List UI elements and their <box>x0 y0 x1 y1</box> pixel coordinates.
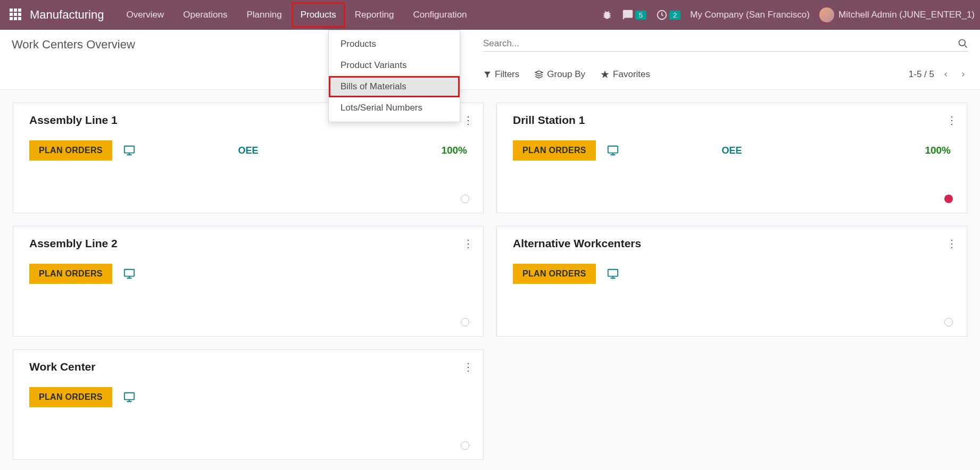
card-menu-icon[interactable]: ⋮ <box>946 237 957 250</box>
top-navbar: Manufacturing Overview Operations Planni… <box>0 0 980 30</box>
card-title: Alternative Workcenters <box>513 237 951 250</box>
card-menu-icon[interactable]: ⋮ <box>946 114 957 127</box>
user-menu[interactable]: Mitchell Admin (JUNE_ENTER_1) <box>819 7 975 22</box>
filters-label: Filters <box>495 69 519 80</box>
favorites-label: Favorites <box>613 69 650 80</box>
monitor-icon[interactable] <box>123 145 136 156</box>
plan-orders-button[interactable]: PLAN ORDERS <box>29 264 112 284</box>
status-indicator[interactable] <box>944 195 953 203</box>
card-menu-icon[interactable]: ⋮ <box>463 360 474 373</box>
nav-right: 5 2 My Company (San Francisco) Mitchell … <box>602 7 975 22</box>
messages-icon[interactable]: 5 <box>622 9 646 21</box>
nav-overview[interactable]: Overview <box>117 0 173 30</box>
activities-badge: 2 <box>669 11 680 20</box>
products-dropdown: Products Product Variants Bills of Mater… <box>328 30 460 122</box>
dropdown-product-variants[interactable]: Product Variants <box>329 55 460 76</box>
monitor-icon[interactable] <box>607 268 619 280</box>
groupby-label: Group By <box>547 69 585 80</box>
nav-configuration[interactable]: Configuration <box>403 0 476 30</box>
workcenter-card[interactable]: Alternative Workcenters ⋮ PLAN ORDERS <box>496 226 967 337</box>
app-brand[interactable]: Manufacturing <box>30 8 104 22</box>
plan-orders-button[interactable]: PLAN ORDERS <box>513 264 596 284</box>
search-input[interactable] <box>483 38 958 49</box>
apps-icon[interactable] <box>10 9 22 21</box>
nav-operations[interactable]: Operations <box>173 0 237 30</box>
svg-rect-4 <box>124 393 134 400</box>
oee-value: 100% <box>925 145 951 156</box>
user-name: Mitchell Admin (JUNE_ENTER_1) <box>838 10 975 20</box>
pager-next[interactable] <box>958 68 968 81</box>
messages-badge: 5 <box>635 11 646 20</box>
card-menu-icon[interactable]: ⋮ <box>463 237 474 250</box>
pager: 1-5 / 5 <box>909 68 968 81</box>
oee-label[interactable]: OEE <box>238 145 258 156</box>
card-title: Drill Station 1 <box>513 114 951 127</box>
nav-products[interactable]: Products <box>292 2 345 28</box>
monitor-icon[interactable] <box>607 145 619 156</box>
pager-prev[interactable] <box>941 68 951 81</box>
favorites-button[interactable]: Favorites <box>600 69 650 80</box>
dropdown-bills-of-materials[interactable]: Bills of Materials <box>329 76 460 97</box>
workcenter-card[interactable]: Work Center ⋮ PLAN ORDERS <box>13 349 484 460</box>
activities-icon[interactable]: 2 <box>656 9 680 21</box>
status-indicator[interactable] <box>461 195 469 203</box>
svg-rect-2 <box>124 146 134 153</box>
svg-point-1 <box>959 39 966 46</box>
workcenter-card[interactable]: Drill Station 1 ⋮ PLAN ORDERS OEE 100% <box>496 103 967 213</box>
plan-orders-button[interactable]: PLAN ORDERS <box>513 140 596 161</box>
oee-label[interactable]: OEE <box>721 145 742 156</box>
oee-value: 100% <box>441 145 467 156</box>
dropdown-products[interactable]: Products <box>329 33 460 55</box>
nav-planning[interactable]: Planning <box>237 0 291 30</box>
filters-button[interactable]: Filters <box>483 69 519 80</box>
monitor-icon[interactable] <box>123 268 136 280</box>
svg-rect-5 <box>608 146 618 153</box>
company-selector[interactable]: My Company (San Francisco) <box>690 10 810 20</box>
groupby-button[interactable]: Group By <box>534 69 585 80</box>
workcenter-card[interactable]: Assembly Line 2 ⋮ PLAN ORDERS <box>13 226 484 337</box>
monitor-icon[interactable] <box>123 391 136 403</box>
card-title: Work Center <box>29 360 467 373</box>
card-menu-icon[interactable]: ⋮ <box>463 114 474 127</box>
page-title: Work Centers Overview <box>12 38 135 52</box>
search-icon[interactable] <box>958 38 968 49</box>
search-wrap <box>483 38 968 52</box>
kanban-view: Assembly Line 1 ⋮ PLAN ORDERS OEE 100% A… <box>0 90 980 470</box>
pager-value: 1-5 / 5 <box>909 69 934 80</box>
debug-icon[interactable] <box>602 10 612 20</box>
svg-rect-3 <box>124 270 134 276</box>
status-indicator[interactable] <box>461 441 469 450</box>
plan-orders-button[interactable]: PLAN ORDERS <box>29 387 112 407</box>
plan-orders-button[interactable]: PLAN ORDERS <box>29 140 112 161</box>
svg-rect-6 <box>608 270 618 276</box>
status-indicator[interactable] <box>461 318 469 326</box>
card-title: Assembly Line 2 <box>29 237 467 250</box>
control-panel: Work Centers Overview Filters Group By F… <box>0 30 980 90</box>
dropdown-lots-serial[interactable]: Lots/Serial Numbers <box>329 97 460 119</box>
avatar <box>819 7 834 22</box>
status-indicator[interactable] <box>944 318 953 326</box>
nav-reporting[interactable]: Reporting <box>345 0 404 30</box>
